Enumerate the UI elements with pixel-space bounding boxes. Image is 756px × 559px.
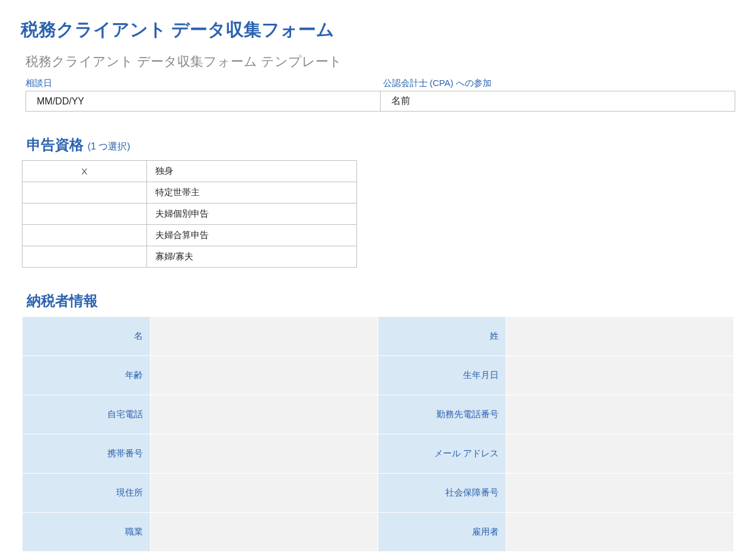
taxpayer-row: 職業 雇用者 [23, 513, 734, 552]
main-title: 税務クライアント データ収集フォーム [21, 18, 735, 42]
filing-mark-cell[interactable] [23, 225, 147, 246]
occupation-field[interactable] [151, 513, 378, 552]
filing-mark-cell[interactable] [23, 182, 147, 204]
home-phone-field[interactable] [151, 395, 378, 434]
home-phone-label: 自宅電話 [23, 395, 151, 434]
cpa-name-field[interactable]: 名前 [381, 91, 735, 112]
filing-row: 夫婦合算申告 [23, 225, 357, 246]
filing-option-label: 特定世帯主 [146, 182, 356, 204]
filing-section-title: 申告資格 (1 つ選択) [27, 135, 735, 154]
age-field[interactable] [151, 356, 378, 395]
filing-mark-cell[interactable]: X [23, 161, 147, 182]
filing-option-label: 夫婦合算申告 [146, 225, 356, 246]
dob-label: 生年月日 [378, 356, 506, 395]
ssn-label: 社会保障番号 [378, 474, 506, 513]
filing-mark-cell[interactable] [23, 204, 147, 225]
employer-label: 雇用者 [378, 513, 506, 552]
dob-field[interactable] [506, 356, 734, 395]
taxpayer-info-table: 名 姓 年齢 生年月日 自宅電話 勤務先電話番号 携帯番号 メール アドレス 現… [22, 316, 734, 552]
filing-mark-cell[interactable] [23, 246, 147, 268]
filing-title-text: 申告資格 [27, 136, 84, 153]
address-label: 現住所 [23, 474, 151, 513]
header-label-row: 相談日 公認会計士 (CPA) への参加 [25, 78, 740, 89]
address-field[interactable] [151, 474, 378, 513]
filing-option-label: 夫婦個別申告 [146, 204, 356, 225]
taxpayer-row: 年齢 生年月日 [23, 356, 734, 395]
first-name-label: 名 [23, 317, 151, 356]
taxpayer-section-title: 納税者情報 [27, 291, 735, 310]
mobile-phone-label: 携帯番号 [23, 434, 151, 474]
consult-date-label: 相談日 [25, 78, 52, 88]
filing-row: 寡婦/寡夫 [23, 246, 357, 268]
occupation-label: 職業 [23, 513, 151, 552]
age-label: 年齢 [23, 356, 151, 395]
taxpayer-row: 携帯番号 メール アドレス [23, 434, 734, 474]
filing-hint: (1 つ選択) [88, 141, 130, 151]
filing-row: 夫婦個別申告 [23, 204, 357, 225]
taxpayer-row: 自宅電話 勤務先電話番号 [23, 395, 734, 434]
employer-field[interactable] [506, 513, 734, 552]
mobile-phone-field[interactable] [151, 434, 378, 474]
email-label: メール アドレス [378, 434, 506, 474]
taxpayer-row: 名 姓 [23, 317, 734, 356]
ssn-field[interactable] [506, 474, 734, 513]
filing-option-label: 寡婦/寡夫 [146, 246, 356, 268]
work-phone-label: 勤務先電話番号 [378, 395, 506, 434]
consult-date-field[interactable]: MM/DD/YY [26, 91, 381, 112]
header-table: MM/DD/YY 名前 [25, 91, 735, 112]
cpa-label: 公認会計士 (CPA) への参加 [383, 78, 492, 88]
last-name-label: 姓 [378, 317, 506, 356]
filing-status-table: X 独身 特定世帯主 夫婦個別申告 夫婦合算申告 寡婦/寡夫 [22, 160, 357, 268]
last-name-field[interactable] [506, 317, 734, 356]
email-field[interactable] [506, 434, 734, 474]
work-phone-field[interactable] [506, 395, 734, 434]
first-name-field[interactable] [151, 317, 378, 356]
taxpayer-row: 現住所 社会保障番号 [23, 474, 734, 513]
subtitle: 税務クライアント データ収集フォーム テンプレート [25, 53, 735, 71]
filing-row: X 独身 [23, 161, 357, 182]
filing-row: 特定世帯主 [23, 182, 357, 204]
filing-option-label: 独身 [146, 161, 356, 182]
